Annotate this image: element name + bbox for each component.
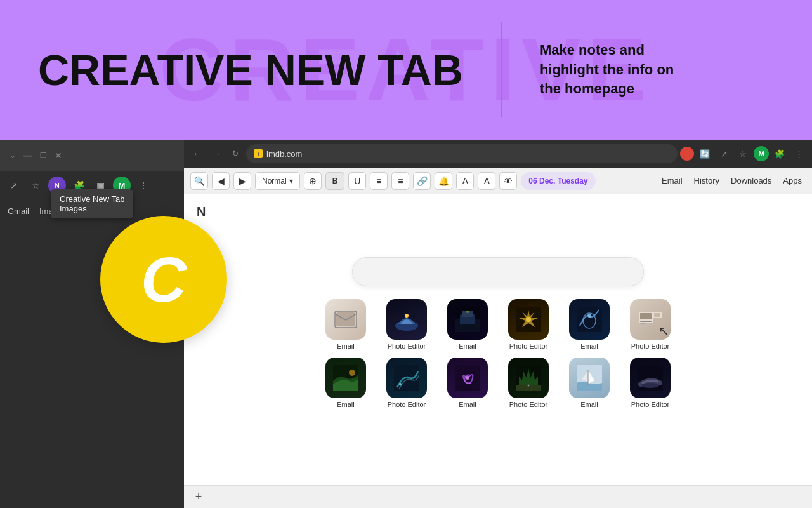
tooltip-line1: Creative New Tab	[60, 194, 124, 204]
svg-point-15	[587, 314, 591, 318]
star-icon[interactable]: ☆	[27, 177, 44, 194]
maximize-button[interactable]: ❐	[38, 150, 48, 161]
app-icon-teal	[386, 358, 427, 398]
app-icon-blue	[569, 299, 610, 340]
app-item[interactable]: ↖ Photo Editor	[625, 299, 676, 350]
history-nav[interactable]: History	[690, 176, 723, 185]
menu-icon[interactable]: ⋮	[134, 177, 152, 194]
bell-button[interactable]: 🔔	[435, 172, 452, 190]
rb-star-icon[interactable]: ☆	[735, 145, 751, 162]
downloads-nav[interactable]: Downloads	[727, 176, 775, 185]
rb-profile-m[interactable]: M	[754, 146, 769, 161]
email-nav[interactable]: Email	[658, 176, 686, 185]
text-a-button[interactable]: A	[456, 172, 474, 190]
gmail-bookmark[interactable]: Gmail	[8, 206, 29, 216]
prev-ext-button[interactable]: ◀	[212, 172, 230, 190]
ext-toolbar: 🔍 ◀ ▶ Normal ▾ ⊕ B U ≡ ≡ 🔗 🔔 A A 👁 06 De…	[184, 168, 812, 194]
link-button[interactable]: 🔗	[413, 172, 431, 190]
app-item[interactable]: Photo Editor	[503, 358, 554, 408]
app-icon-gold	[508, 299, 549, 340]
search-container	[197, 257, 799, 286]
svg-point-27	[466, 376, 469, 380]
app-label: Email	[337, 401, 355, 408]
app-label: Photo Editor	[631, 342, 670, 350]
app-label: Photo Editor	[388, 342, 426, 350]
search-ext-button[interactable]: 🔍	[190, 172, 208, 190]
app-label: Email	[459, 342, 476, 350]
format-icon-button[interactable]: ⊕	[304, 172, 322, 190]
browser-top: ⌄ — ❐ ✕	[0, 140, 184, 171]
app-label: Photo Editor	[509, 401, 548, 408]
svg-point-12	[526, 317, 531, 322]
svg-point-25	[399, 383, 402, 385]
rb-puzzle-icon[interactable]: 🧩	[771, 145, 788, 162]
list1-button[interactable]: ≡	[370, 172, 388, 190]
list2-button[interactable]: ≡	[391, 172, 409, 190]
rb-icon-3[interactable]: ↗	[716, 145, 732, 162]
app-item[interactable]: Email	[442, 299, 493, 350]
search-bar[interactable]	[352, 257, 644, 286]
text-a2-button[interactable]: A	[478, 172, 495, 190]
svg-rect-0	[336, 312, 355, 326]
date-badge[interactable]: 06 Dec. Tuesday	[521, 172, 595, 190]
app-label: Email	[580, 342, 598, 350]
app-item[interactable]: Photo Editor	[381, 358, 432, 408]
rb-content: N Email	[184, 194, 812, 485]
app-icon-email-1	[325, 299, 366, 340]
app-item[interactable]: Email	[564, 299, 615, 350]
app-label: Photo Editor	[388, 401, 426, 408]
app-item[interactable]: Email	[564, 358, 615, 408]
app-icon-sail	[569, 358, 610, 398]
svg-point-33	[641, 383, 659, 388]
svg-rect-17	[640, 313, 652, 319]
rb-menu-icon[interactable]: ⋮	[790, 145, 807, 162]
app-item[interactable]: Photo Editor	[625, 358, 676, 408]
app-item[interactable]: Photo Editor	[503, 299, 554, 350]
app-icon-boat	[630, 358, 671, 398]
eye-button[interactable]: 👁	[499, 172, 517, 190]
rb-toolbar: ← → ↻ i imdb.com 🔄 ↗ ☆ M 🧩 ⋮	[184, 140, 812, 168]
back-button[interactable]: ←	[189, 145, 206, 162]
svg-rect-21	[654, 313, 660, 317]
browser-right: ← → ↻ i imdb.com 🔄 ↗ ☆ M 🧩 ⋮ 🔍 ◀ ▶	[184, 140, 812, 508]
chevron-icon[interactable]: ⌄	[8, 150, 18, 161]
svg-point-23	[349, 370, 355, 376]
url-text: imdb.com	[266, 149, 302, 159]
app-item[interactable]: Photo Editor	[381, 299, 432, 350]
banner-subtitle: Make notes andhighlight the info onthe h…	[540, 41, 674, 99]
underline-button[interactable]: U	[348, 172, 366, 190]
rb-icon-2[interactable]: 🔄	[697, 145, 713, 162]
svg-point-10	[466, 311, 469, 313]
close-button[interactable]: ✕	[53, 150, 63, 161]
app-icon-swirl	[447, 358, 488, 398]
app-icon-arch	[386, 299, 427, 340]
refresh-button[interactable]: ↻	[227, 145, 244, 162]
logo-circle: C	[100, 216, 227, 343]
format-dropdown[interactable]: Normal ▾	[255, 172, 300, 190]
bold-button[interactable]: B	[325, 172, 345, 190]
banner: CREATIVE CREATIVE NEW TAB Make notes and…	[0, 0, 812, 140]
app-item[interactable]: Email	[442, 358, 493, 408]
app-label: Photo Editor	[631, 401, 670, 408]
apps-nav[interactable]: Apps	[779, 176, 806, 185]
content-letter: N	[197, 204, 799, 219]
app-icon-editor: ↖	[630, 299, 671, 340]
rb-bottom: +	[184, 485, 812, 508]
next-ext-button[interactable]: ▶	[233, 172, 251, 190]
url-bar[interactable]: i imdb.com	[246, 144, 678, 163]
creative-new-tab-tooltip: Creative New Tab Images	[51, 189, 133, 218]
app-label: Email	[337, 342, 355, 350]
app-item[interactable]: Email	[320, 299, 371, 350]
logo-c-letter: C	[141, 248, 187, 311]
forward-button[interactable]: →	[208, 145, 225, 162]
favicon: i	[254, 149, 263, 158]
app-item[interactable]: Email	[320, 358, 371, 408]
svg-point-29	[528, 385, 530, 387]
minimize-button[interactable]: —	[23, 150, 33, 161]
tooltip-line2: Images	[60, 204, 124, 213]
share-icon[interactable]: ↗	[5, 177, 23, 194]
app-icon-green	[325, 358, 366, 398]
rb-icon-1[interactable]	[680, 147, 694, 161]
svg-rect-19	[640, 323, 646, 324]
add-tab-button[interactable]: +	[192, 490, 206, 504]
